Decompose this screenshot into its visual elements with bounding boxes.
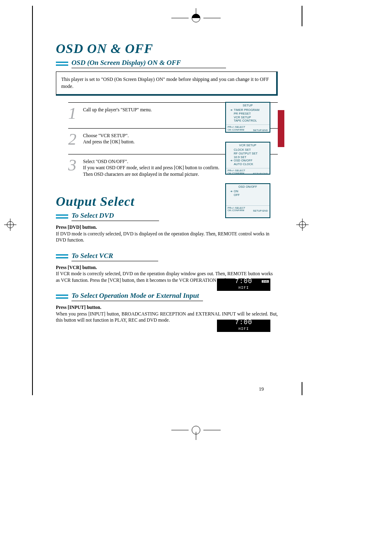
page-number: 19 [259, 386, 264, 392]
osd-menu-item: VCR SETUP [230, 116, 268, 120]
section-tab-red [278, 110, 284, 147]
select-vcr-bold: Press [VCR] button. [56, 265, 97, 270]
osd-menu-label: PR PRESET [234, 112, 251, 116]
select-dvd-bold: Press [DVD] button. [56, 225, 97, 230]
osd-menu-item: 16:9 SET [230, 156, 268, 159]
osd-menu-item: ➜TIMER PROGRAM [230, 108, 268, 112]
osd-menu-label: ON [234, 190, 238, 193]
page-border-left [32, 6, 33, 395]
osd-menu-label: OSD ON/OFF [234, 159, 253, 163]
osd-menu-item: PR PRESET [230, 112, 268, 116]
select-dvd-text: If DVD mode is correctly selected, DVD i… [56, 231, 270, 243]
osd-footer: PR+/-:SELECT OK:CONFIRM SETUP:END [226, 205, 270, 214]
section-accent-icon [56, 62, 68, 66]
osd-menu-label: AUTO CLOCK [234, 163, 253, 166]
page-border-right-top [302, 6, 302, 26]
osd-menu-item: TAPE CONTROL [230, 119, 268, 123]
arrow-right-icon: ➜ [230, 159, 233, 163]
section-accent-icon [56, 295, 68, 299]
intro-box: This player is set to "OSD (On Screen Di… [56, 71, 278, 96]
osd-footer: PR+/-:SELECT OK:CONFIRM SETUP:END [226, 168, 270, 176]
osd-menu-item: ➜ON [230, 190, 268, 193]
osd-menu-label: VCR SETUP [234, 116, 251, 120]
osd-footer-end: SETUP:END [253, 210, 268, 212]
arrow-right-icon: ➜ [230, 108, 233, 112]
display-time: 7:00 [235, 319, 252, 326]
subheading-osd: OSD (On Screen Display) ON & OFF [71, 59, 226, 68]
step-3-number: 3 [68, 157, 79, 178]
osd-items: CLOCK SETRF OUTPUT SET16:9 SET➜OSD ON/OF… [226, 147, 270, 168]
osd-menu-label: TAPE CONTROL [234, 119, 257, 123]
osd-items: ➜ONOFF [226, 189, 270, 205]
osd-menu-item: OFF [230, 193, 268, 197]
osd-panel-osd-onoff: OSD ON/OFF ➜ONOFF PR+/-:SELECT OK:CONFIR… [225, 183, 270, 218]
section-header-osd: OSD (On Screen Display) ON & OFF [56, 59, 278, 68]
operation-display-dvd: 7:00 HIFI DVD [217, 279, 270, 291]
osd-footer-confirm: OK:CONFIRM [228, 129, 245, 131]
osd-menu-label: OFF [234, 193, 240, 197]
osd-title: VCR SETUP [226, 143, 270, 147]
subheading-select-input: To Select Operation Mode or External Inp… [71, 292, 203, 301]
registration-mark-right-icon [296, 219, 309, 233]
osd-footer-select: PR+/-:SELECT [228, 207, 245, 210]
step-1-number: 1 [68, 105, 79, 122]
crop-mark-top-icon [171, 8, 221, 25]
select-dvd-body: Press [DVD] button. If DVD mode is corre… [56, 224, 278, 244]
display-time: 7:00 [235, 278, 252, 285]
osd-footer: PR+/-:SELECT OK:CONFIRM SETUP:END [226, 124, 270, 133]
osd-menu-item: RF OUTPUT SET [230, 152, 268, 156]
osd-panel-setup: SETUP ➜TIMER PROGRAMPR PRESETVCR SETUPTA… [225, 102, 270, 133]
osd-footer-confirm: OK:CONFIRM [228, 209, 245, 212]
osd-menu-item: ➜OSD ON/OFF [230, 159, 268, 163]
osd-footer-confirm: OK:CONFIRM [228, 172, 245, 175]
osd-menu-label: 16:9 SET [234, 156, 247, 159]
osd-menu-item: CLOCK SET [230, 148, 268, 152]
osd-footer-end: SETUP:END [253, 173, 268, 175]
osd-footer-select: PR+/-:SELECT [228, 126, 245, 129]
display-sub: HIFI [238, 327, 249, 331]
crop-mark-bottom-icon [171, 424, 221, 440]
subheading-select-vcr: To Select VCR [71, 252, 158, 261]
registration-mark-left-icon [4, 219, 16, 233]
display-sub: HIFI [238, 286, 249, 290]
subheading-select-dvd: To Select DVD [71, 212, 159, 221]
osd-menu-label: RF OUTPUT SET [234, 152, 258, 156]
arrow-right-icon: ➜ [230, 190, 233, 193]
operation-display-vcr: 7:00 HIFI [217, 320, 270, 332]
step-2-number: 2 [68, 131, 79, 147]
section-accent-icon [56, 254, 68, 258]
osd-footer-select: PR+/-:SELECT [228, 169, 245, 172]
osd-menu-item: AUTO CLOCK [230, 163, 268, 166]
osd-panel-vcr-setup: VCR SETUP CLOCK SETRF OUTPUT SET16:9 SET… [225, 142, 270, 175]
osd-title: SETUP [226, 103, 270, 108]
osd-footer-end: SETUP:END [253, 129, 268, 131]
osd-menu-label: CLOCK SET [234, 148, 251, 152]
section-accent-icon [56, 214, 68, 219]
osd-title: OSD ON/OFF [226, 184, 270, 189]
select-input-bold: Press [INPUT] button. [56, 305, 101, 310]
heading-osd-on-off: OSD ON & OFF [56, 41, 278, 56]
osd-items: ➜TIMER PROGRAMPR PRESETVCR SETUPTAPE CON… [226, 108, 270, 124]
section-header-select-input: To Select Operation Mode or External Inp… [56, 292, 278, 301]
osd-menu-label: TIMER PROGRAM [234, 108, 260, 112]
dvd-badge: DVD [262, 280, 269, 283]
section-header-select-vcr: To Select VCR [56, 252, 278, 261]
page-border-right-bottom [302, 382, 302, 395]
